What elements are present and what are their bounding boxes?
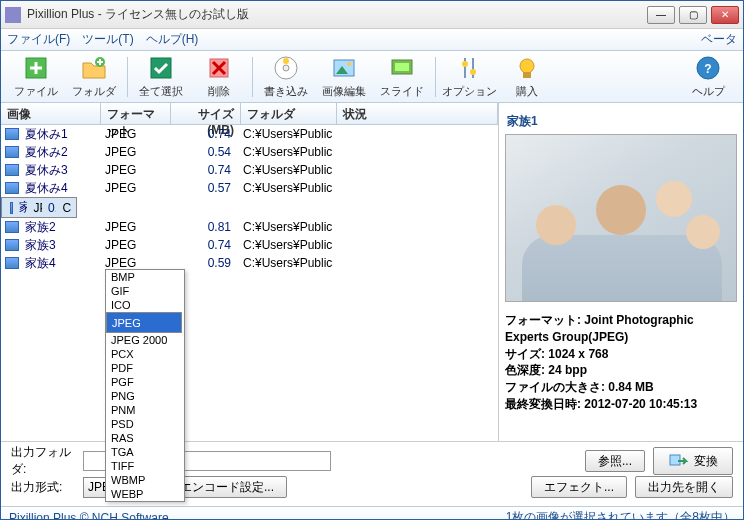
svg-rect-17 [395,63,409,71]
format-option[interactable]: JPEG 2000 [106,333,184,347]
menu-tools[interactable]: ツール(T) [82,31,133,48]
image-icon [5,146,19,158]
tool-write[interactable]: 書き込み [257,54,315,99]
menu-file[interactable]: ファイル(F) [7,31,70,48]
menubar: ファイル(F) ツール(T) ヘルプ(H) ベータ [1,29,743,51]
svg-point-15 [347,62,351,66]
outformat-label: 出力形式: [11,479,75,496]
delete-icon [205,54,233,82]
list-header: 画像 フォーマット サイズ (MB) フォルダ 状況 [1,103,498,125]
col-folder[interactable]: フォルダ [241,103,337,124]
tool-selectall[interactable]: 全て選択 [132,54,190,99]
svg-point-11 [283,65,289,71]
tool-delete[interactable]: 削除 [190,54,248,99]
options-icon [455,54,483,82]
preview-pane: 家族1 フォーマット: Joint Photographic Experts G… [499,103,743,441]
table-row[interactable]: 家族1JPEG0.84C:¥Users¥Public... [1,197,77,218]
preview-title: 家族1 [505,109,737,134]
folder-plus-icon [80,54,108,82]
image-icon [5,221,19,233]
table-row[interactable]: 夏休み2JPEG0.54C:¥Users¥Public... [1,143,498,161]
col-status[interactable]: 状況 [337,103,498,124]
preview-image [505,134,737,302]
table-row[interactable]: 夏休み3JPEG0.74C:¥Users¥Public... [1,161,498,179]
table-row[interactable]: 夏休み4JPEG0.57C:¥Users¥Public... [1,179,498,197]
svg-rect-23 [523,72,531,78]
format-option[interactable]: PGF [106,375,184,389]
convert-button[interactable]: 変換 [653,447,733,475]
check-icon [147,54,175,82]
image-edit-icon [330,54,358,82]
status-right: 1枚の画像が選択されています（全8枚中） [506,509,735,520]
format-option[interactable]: RAS [106,431,184,445]
format-option[interactable]: PSD [106,417,184,431]
effect-button[interactable]: エフェクト... [531,476,627,498]
col-size[interactable]: サイズ (MB) [171,103,241,124]
toolbar: ファイル フォルダ 全て選択 削除 書き込み 画像編集 スライド オプション 購… [1,51,743,103]
svg-point-20 [462,61,468,67]
browse-button[interactable]: 参照... [585,450,645,472]
maximize-button[interactable]: ▢ [679,6,707,24]
openout-button[interactable]: 出力先を開く [635,476,733,498]
table-row[interactable]: 夏休み1JPEG0.74C:¥Users¥Public... [1,125,498,143]
format-option[interactable]: BMP [106,270,184,284]
outfolder-label: 出力フォルダ: [11,444,75,478]
format-option[interactable]: PDF [106,361,184,375]
svg-text:?: ? [704,62,711,76]
minimize-button[interactable]: — [647,6,675,24]
image-icon [5,257,19,269]
format-option[interactable]: WBMP [106,473,184,487]
format-option[interactable]: GIF [106,284,184,298]
tool-buy[interactable]: 購入 [498,54,556,99]
tool-imageedit[interactable]: 画像編集 [315,54,373,99]
format-option[interactable]: PNG [106,389,184,403]
plus-icon [22,54,50,82]
format-option[interactable]: ICO [106,298,184,312]
preview-meta: フォーマット: Joint Photographic Experts Group… [505,312,737,413]
statusbar: Pixillion Plus © NCH Software 1枚の画像が選択され… [1,506,743,520]
slide-icon [388,54,416,82]
col-image[interactable]: 画像 [1,103,101,124]
close-button[interactable]: ✕ [711,6,739,24]
app-icon [5,7,21,23]
col-format[interactable]: フォーマット [101,103,171,124]
format-option[interactable]: TIFF [106,459,184,473]
status-left: Pixillion Plus © NCH Software [9,511,169,521]
tool-options[interactable]: オプション [440,54,498,99]
image-icon [5,182,19,194]
svg-point-21 [470,69,476,75]
format-option[interactable]: WEBP [106,487,184,501]
format-option[interactable]: JPEG [106,312,182,333]
help-icon: ? [694,54,722,82]
image-icon [5,239,19,251]
tool-help[interactable]: ?ヘルプ [679,54,737,99]
table-row[interactable]: 家族2JPEG0.81C:¥Users¥Public... [1,218,498,236]
table-row[interactable]: 家族4JPEG0.59C:¥Users¥Public... [1,254,498,272]
tool-slide[interactable]: スライド [373,54,431,99]
menu-help[interactable]: ヘルプ(H) [146,31,199,48]
titlebar: Pixillion Plus - ライセンス無しのお試し版 — ▢ ✕ [1,1,743,29]
table-row[interactable]: 家族3JPEG0.74C:¥Users¥Public... [1,236,498,254]
tool-folder[interactable]: フォルダ [65,54,123,99]
format-option[interactable]: PCX [106,347,184,361]
buy-icon [513,54,541,82]
svg-point-12 [283,58,289,64]
window-title: Pixillion Plus - ライセンス無しのお試し版 [27,6,647,23]
disc-icon [272,54,300,82]
image-icon [5,164,19,176]
format-dropdown[interactable]: BMPGIFICOJPEGJPEG 2000PCXPDFPGFPNGPNMPSD… [105,269,185,502]
image-icon [5,128,19,140]
convert-icon [668,451,688,471]
file-list: 画像 フォーマット サイズ (MB) フォルダ 状況 夏休み1JPEG0.74C… [1,103,499,441]
format-option[interactable]: TGA [106,445,184,459]
svg-point-22 [520,59,534,73]
tool-file[interactable]: ファイル [7,54,65,99]
format-option[interactable]: PNM [106,403,184,417]
encode-button[interactable]: エンコード設定... [167,476,287,498]
beta-label: ベータ [701,31,737,48]
